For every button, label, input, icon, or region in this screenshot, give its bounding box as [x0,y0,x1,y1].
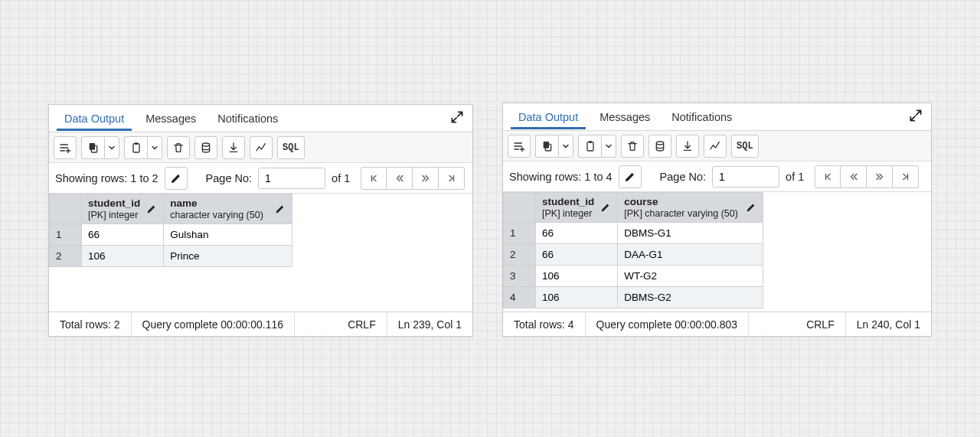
cell[interactable]: 66 [82,223,164,245]
download-button[interactable] [222,136,245,159]
edit-column-icon[interactable] [275,204,286,214]
table-row[interactable]: 4106DBMS-G2 [504,286,763,308]
paste-button-group [124,136,162,159]
prev-page-button[interactable] [841,165,867,188]
edit-column-icon[interactable] [746,202,756,213]
column-type: [PK] character varying (50) [624,208,738,219]
cell[interactable]: 106 [82,245,164,266]
tab-notifications[interactable]: Notifications [210,106,286,130]
next-page-button[interactable] [867,165,893,188]
cell[interactable]: WT-G2 [618,265,763,286]
tab-messages[interactable]: Messages [138,106,204,130]
last-page-button[interactable] [893,165,919,188]
copy-button[interactable] [81,136,104,159]
status-cursor-pos: Ln 240, Col 1 [846,312,931,336]
svg-rect-1 [89,143,94,150]
graph-button[interactable] [704,135,727,158]
column-header[interactable]: student_id[PK] integer [82,194,164,224]
cell[interactable]: Gulshan [164,223,292,245]
copy-button-group [535,135,573,158]
column-header[interactable]: course[PK] character varying (50) [618,193,763,223]
delete-button[interactable] [167,136,190,159]
graph-button[interactable] [250,136,273,159]
edit-column-icon[interactable] [600,202,611,213]
cell[interactable]: 106 [536,286,618,308]
status-query-time: Query complete 00:00:00.116 [132,312,295,336]
cell[interactable]: 66 [536,243,618,265]
page-of-label: of 1 [330,172,351,184]
copy-dropdown[interactable] [104,136,119,159]
row-status-bar: Showing rows: 1 to 4 Page No: of 1 [503,161,931,192]
status-total-rows: Total rows: 2 [49,312,132,336]
paste-button[interactable] [124,136,147,159]
grid-corner[interactable] [50,194,82,224]
grid-corner[interactable] [504,193,536,223]
cell[interactable]: DBMS-G1 [618,222,763,243]
prev-page-button[interactable] [387,167,413,190]
tab-notifications[interactable]: Notifications [664,105,740,129]
copy-button-group [81,136,119,159]
download-button[interactable] [676,135,699,158]
sql-button[interactable]: SQL [277,136,305,159]
copy-button[interactable] [535,135,558,158]
result-grid[interactable]: student_id[PK] integercourse[PK] charact… [503,192,931,311]
paste-button[interactable] [578,135,601,158]
page-no-input[interactable] [258,168,325,189]
toolbar: SQL [503,131,931,161]
column-header[interactable]: student_id[PK] integer [536,193,618,223]
status-eol: CRLF [795,312,846,336]
sql-button[interactable]: SQL [731,135,759,158]
edit-column-icon[interactable] [146,204,157,214]
column-type: character varying (50) [170,210,263,220]
first-page-button[interactable] [815,165,841,188]
add-row-button[interactable] [54,136,77,159]
cell[interactable]: DBMS-G2 [618,286,763,308]
showing-rows-label: Showing rows: 1 to 4 [508,171,614,183]
save-data-button[interactable] [648,135,671,158]
edit-rows-button[interactable] [165,167,188,190]
cell[interactable]: 66 [536,222,618,243]
tab-data-output[interactable]: Data Output [57,106,132,131]
row-number[interactable]: 2 [504,243,536,265]
last-page-button[interactable] [439,167,465,190]
cell[interactable]: DAA-G1 [618,243,763,265]
status-bar: Total rows: 4 Query complete 00:00:00.80… [503,311,931,336]
paste-dropdown[interactable] [147,136,162,159]
delete-button[interactable] [621,135,644,158]
toolbar: SQL [49,132,472,163]
edit-rows-button[interactable] [619,165,642,188]
copy-dropdown[interactable] [558,135,573,158]
showing-rows-label: Showing rows: 1 to 2 [54,172,160,184]
tab-data-output[interactable]: Data Output [511,105,586,129]
save-data-button[interactable] [194,136,217,159]
table-row[interactable]: 2106Prince [50,245,292,266]
row-number[interactable]: 2 [50,245,82,266]
next-page-button[interactable] [413,167,439,190]
expand-icon[interactable] [908,108,925,125]
cell[interactable]: 106 [536,265,618,286]
svg-point-9 [656,142,663,145]
table-row[interactable]: 266DAA-G1 [504,243,763,265]
cell[interactable]: Prince [164,245,292,266]
column-header[interactable]: namecharacter varying (50) [164,194,292,224]
row-number[interactable]: 3 [504,265,536,286]
paste-button-group [578,135,616,158]
column-type: [PK] integer [88,210,140,220]
tabs: Data Output Messages Notifications [49,105,472,132]
table-row[interactable]: 166DBMS-G1 [504,222,763,243]
row-number[interactable]: 4 [504,286,536,308]
status-total-rows: Total rows: 4 [503,312,586,336]
paste-dropdown[interactable] [601,135,616,158]
first-page-button[interactable] [361,167,387,190]
row-number[interactable]: 1 [504,222,536,243]
page-no-input[interactable] [712,166,779,188]
row-number[interactable]: 1 [50,223,82,245]
result-grid[interactable]: student_id[PK] integernamecharacter vary… [49,194,472,311]
add-row-button[interactable] [508,135,531,158]
tab-messages[interactable]: Messages [592,105,658,129]
table-row[interactable]: 3106WT-G2 [504,265,763,286]
svg-rect-8 [589,141,592,143]
result-panel-left: Data Output Messages Notifications [48,104,473,337]
table-row[interactable]: 166Gulshan [50,223,292,245]
expand-icon[interactable] [449,109,466,126]
